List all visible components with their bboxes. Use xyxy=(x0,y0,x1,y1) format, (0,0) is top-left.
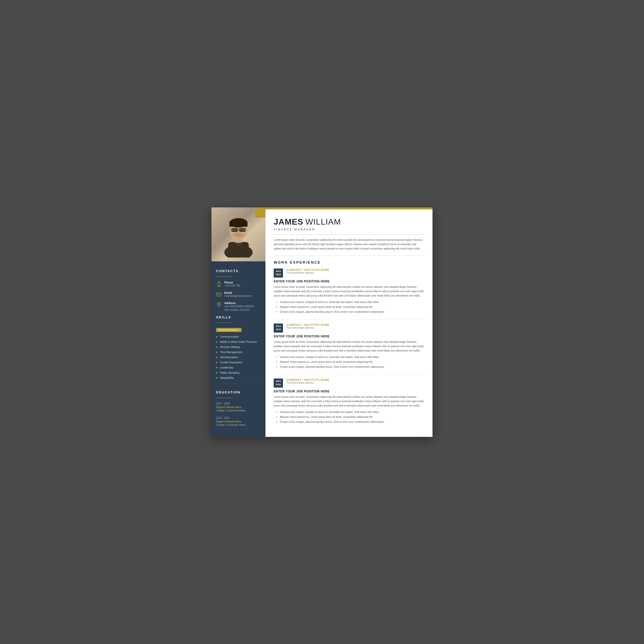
sidebar-content: CONTACTS Phone +123 456 789 xyxy=(211,261,265,437)
svg-point-15 xyxy=(219,286,219,286)
bullet-0-2: Ornare at dui congue, placerat faucibus … xyxy=(276,310,424,314)
skill-name-6: Leadership xyxy=(220,366,233,369)
skill-item-3: ▶ Time Management xyxy=(216,351,261,354)
job-bullets-1: Vivamus arcu mauris, volutpat id varius … xyxy=(274,355,424,369)
year-end-2: 2016 xyxy=(276,383,281,387)
address-label: Address xyxy=(224,301,254,305)
job-position-2: ENTER YOUR JOB POSITION HERE xyxy=(274,390,424,393)
svg-rect-6 xyxy=(232,229,237,231)
edu-school-1: College / University Name xyxy=(216,424,261,426)
contact-email: Email example@example.com xyxy=(216,291,261,298)
company-info-1: COMPANY / INSTITUTE NAME Full street/sta… xyxy=(287,324,329,329)
bullet-2-0: Vivamus arcu mauris, volutpat id varius … xyxy=(276,410,424,414)
year-badge-0: 2014 2016 xyxy=(274,269,283,278)
email-info: Email example@example.com xyxy=(224,291,252,298)
skill-arrow-0: ▶ xyxy=(216,335,218,338)
skill-arrow-5: ▶ xyxy=(216,361,218,364)
skills-badge: PROFESSIONAL xyxy=(216,328,242,332)
phone-icon xyxy=(216,281,222,287)
edu-years-0: 2007 - 2009 xyxy=(216,402,261,405)
skill-name-1: Ability to Work Under Pressure xyxy=(220,340,257,343)
skill-name-4: Self-Motivation xyxy=(220,356,238,359)
year-badge-2: 2014 2016 xyxy=(274,379,283,388)
skill-arrow-6: ▶ xyxy=(216,366,218,369)
bullet-0-1: Aliquam metus laoreet eu. Lorem ipsum do… xyxy=(276,305,424,309)
work-header-0: 2014 2016 COMPANY / INSTITUTE NAME Full … xyxy=(274,269,424,278)
education-divider xyxy=(216,398,232,398)
company-name-0: COMPANY / INSTITUTE NAME xyxy=(287,269,329,271)
company-address-2: Full street/state address xyxy=(287,381,329,384)
job-position-1: ENTER YOUR JOB POSITION HERE xyxy=(274,335,424,338)
address-line2: with country, city 0123 xyxy=(224,308,254,312)
job-bullets-0: Vivamus arcu mauris, volutpat id varius … xyxy=(274,300,424,314)
skill-name-3: Time Management xyxy=(220,351,242,354)
svg-rect-5 xyxy=(229,222,247,227)
work-entry-0: 2014 2016 COMPANY / INSTITUTE NAME Full … xyxy=(274,269,424,314)
job-bullets-2: Vivamus arcu mauris, volutpat id varius … xyxy=(274,410,424,424)
contact-address: Address your street/states address with … xyxy=(216,301,261,312)
contact-phone: Phone +123 456 789 xyxy=(216,281,261,288)
edu-item-0: 2007 - 2009 Degree Name Here College / U… xyxy=(216,402,261,412)
job-description-1: Lorem ipsum dolor sit amet, consectetur … xyxy=(274,340,424,353)
edu-degree-0: Degree Name Here xyxy=(216,406,261,409)
svg-point-17 xyxy=(218,303,220,305)
skills-section: SKILLS PROFESSIONAL ▶ Communication ▶ Ab… xyxy=(216,315,261,379)
work-experience-title: WORK EXPERIENCE xyxy=(274,260,424,264)
work-header-2: 2014 2016 COMPANY / INSTITUTE NAME Full … xyxy=(274,379,424,388)
bullet-0-0: Vivamus arcu mauris, volutpat id varius … xyxy=(276,300,424,304)
svg-rect-1 xyxy=(228,242,249,255)
skill-arrow-4: ▶ xyxy=(216,356,218,358)
work-header-1: 2014 2016 COMPANY / INSTITUTE NAME Full … xyxy=(274,324,424,333)
skill-arrow-7: ▶ xyxy=(216,371,218,374)
skill-item-0: ▶ Communication xyxy=(216,335,261,338)
bullet-1-0: Vivamus arcu mauris, volutpat id varius … xyxy=(276,355,424,359)
skill-item-8: ▶ Adaptability xyxy=(216,376,261,379)
bullet-2-1: Aliquam metus laoreet eu. Lorem ipsum do… xyxy=(276,415,424,419)
phone-info: Phone +123 456 789 xyxy=(224,281,240,288)
resume-header: JAMES WILLIAM FINANCE MANAGER Lorem ipsu… xyxy=(274,215,424,251)
skill-name-8: Adaptability xyxy=(220,376,234,379)
year-badge-1: 2014 2016 xyxy=(274,324,283,333)
bullet-2-2: Ornare at dui congue, placerat faucibus … xyxy=(276,420,424,424)
work-entry-2: 2014 2016 COMPANY / INSTITUTE NAME Full … xyxy=(274,379,424,424)
skill-item-2: ▶ Decision Making xyxy=(216,345,261,348)
skill-item-6: ▶ Leadership xyxy=(216,366,261,369)
edu-degree-1: Degree Name Here xyxy=(216,420,261,423)
skill-name-7: Public Speaking xyxy=(220,371,239,374)
sidebar: CONTACTS Phone +123 456 789 xyxy=(211,207,265,437)
skill-item-1: ▶ Ability to Work Under Pressure xyxy=(216,340,261,343)
skills-list: ▶ Communication ▶ Ability to Work Under … xyxy=(216,335,261,379)
email-label: Email xyxy=(224,291,252,294)
svg-point-11 xyxy=(233,232,244,237)
company-name-2: COMPANY / INSTITUTE NAME xyxy=(287,379,329,381)
skills-section-title: SKILLS xyxy=(216,315,261,319)
profile-photo xyxy=(211,207,265,261)
edu-years-1: 2012 - 2017 xyxy=(216,417,261,419)
edu-school-0: College / University Name xyxy=(216,409,261,412)
job-description-0: Lorem ipsum dolor sit amet, consectetur … xyxy=(274,285,424,298)
job-description-2: Lorem ipsum dolor sit amet, consectetur … xyxy=(274,395,424,408)
last-name: WILLIAM xyxy=(305,217,341,227)
company-info-2: COMPANY / INSTITUTE NAME Full street/sta… xyxy=(287,379,329,384)
year-start-0: 2014 xyxy=(276,270,281,273)
first-name: JAMES xyxy=(274,217,303,227)
address-icon xyxy=(216,302,222,308)
skill-arrow-2: ▶ xyxy=(216,346,218,348)
address-line1: your street/states address xyxy=(224,305,254,308)
contacts-section-title: CONTACTS xyxy=(216,269,261,273)
skill-item-4: ▶ Self-Motivation xyxy=(216,356,261,359)
company-address-1: Full street/state address xyxy=(287,326,329,329)
header-divider xyxy=(274,234,424,235)
resume-paper: CONTACTS Phone +123 456 789 xyxy=(211,207,433,437)
year-end-0: 2016 xyxy=(276,273,281,277)
work-entry-1: 2014 2016 COMPANY / INSTITUTE NAME Full … xyxy=(274,324,424,369)
job-position-0: ENTER YOUR JOB POSITION HERE xyxy=(274,280,424,283)
email-icon xyxy=(216,292,222,297)
company-name-1: COMPANY / INSTITUTE NAME xyxy=(287,324,329,326)
main-content: JAMES WILLIAM FINANCE MANAGER Lorem ipsu… xyxy=(265,207,433,437)
skill-item-5: ▶ Conflict Resolution xyxy=(216,361,261,364)
education-section-title: EDUCATION xyxy=(216,390,261,394)
year-end-1: 2016 xyxy=(276,328,281,332)
address-info: Address your street/states address with … xyxy=(224,301,254,312)
phone-value: +123 456 789 xyxy=(224,284,240,288)
